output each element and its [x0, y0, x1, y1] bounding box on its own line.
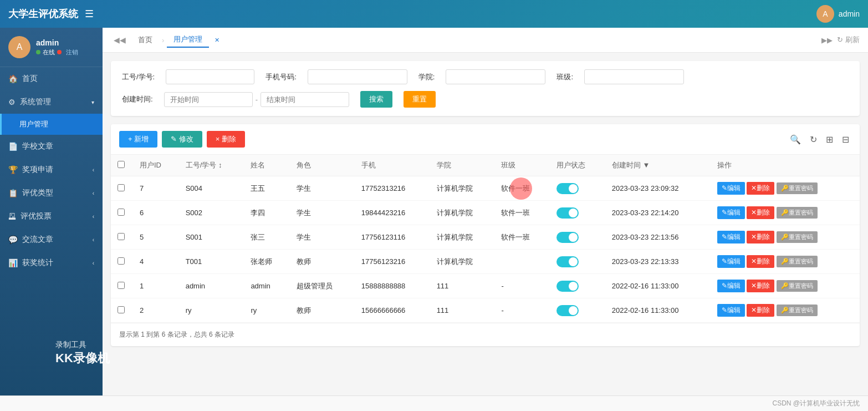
cell-class-3: [494, 250, 550, 274]
college-input[interactable]: [446, 69, 545, 84]
content-area: ◀◀ 首页 › 用户管理 ✕ ▶▶ ↻ 刷新 工号/学号:: [103, 28, 868, 395]
cell-workid-0: S004: [179, 176, 244, 201]
cell-college-5: 111: [430, 298, 495, 323]
cell-class-2: 软件一班: [494, 225, 550, 250]
pwd-btn-3[interactable]: 🔑重置密码: [777, 256, 818, 267]
logout-link[interactable]: 注销: [66, 48, 78, 57]
pwd-btn-0[interactable]: 🔑重置密码: [777, 182, 818, 194]
active-bar: [0, 114, 2, 135]
breadcrumb-current[interactable]: 用户管理: [167, 32, 209, 48]
workid-input[interactable]: [166, 69, 254, 84]
cell-status-4: [550, 274, 605, 298]
delete-button[interactable]: × 删除: [207, 131, 245, 148]
cell-workid-5: ry: [179, 298, 244, 323]
edit-btn-1[interactable]: ✎编辑: [717, 206, 745, 219]
del-btn-2[interactable]: ✕删除: [747, 231, 774, 243]
chevron-right-icon: ‹: [93, 167, 94, 173]
del-btn-0[interactable]: ✕删除: [747, 182, 774, 195]
search-toolbar-icon[interactable]: 🔍: [788, 132, 803, 147]
cell-name-3: 张老师: [244, 250, 290, 274]
date-end-input[interactable]: [261, 92, 349, 107]
table-row: 1 admin admin 超级管理员 15888888888 111 - 20…: [111, 274, 860, 298]
breadcrumb-home[interactable]: 首页: [131, 33, 159, 47]
edit-btn-5[interactable]: ✎编辑: [717, 304, 745, 317]
breadcrumb-prev[interactable]: ◀◀: [111, 34, 129, 45]
sidebar-item-school-article[interactable]: 📄 学校文章: [0, 135, 103, 158]
row-checkbox-3[interactable]: [118, 257, 125, 265]
edit-btn-0[interactable]: ✎编辑: [717, 182, 745, 195]
cell-phone-1: 19844423216: [355, 201, 430, 225]
pwd-btn-2[interactable]: 🔑重置密码: [777, 231, 818, 243]
cell-class-4: -: [494, 274, 550, 298]
sidebar-item-award-apply[interactable]: 🏆 奖项申请 ‹: [0, 158, 103, 181]
cell-college-1: 计算机学院: [430, 201, 495, 225]
cell-status-2: [550, 225, 605, 250]
refresh-icon[interactable]: ↻ 刷新: [837, 35, 860, 45]
cell-role-5: 教师: [290, 298, 355, 323]
sidebar-item-award-stats[interactable]: 📊 获奖统计 ‹: [0, 251, 103, 275]
hamburger-icon[interactable]: ☰: [85, 8, 94, 20]
cell-name-2: 张三: [244, 225, 290, 250]
sidebar-item-award-label: 奖项申请: [22, 165, 53, 175]
sidebar-item-eval-vote[interactable]: 🗳 评优投票 ‹: [0, 205, 103, 228]
col-name: 姓名: [244, 155, 290, 176]
cell-action-4: ✎编辑 ✕删除 🔑重置密码: [711, 274, 860, 298]
pwd-btn-4[interactable]: 🔑重置密码: [777, 280, 818, 292]
edit-button[interactable]: ✎ 修改: [162, 131, 202, 148]
cell-userid-1: 6: [133, 201, 179, 225]
breadcrumb-close[interactable]: ✕: [212, 35, 222, 45]
reset-button[interactable]: 重置: [404, 91, 436, 108]
class-input[interactable]: [584, 69, 684, 84]
online-dot: [36, 50, 40, 54]
edit-btn-2[interactable]: ✎编辑: [717, 231, 745, 243]
col-status: 用户状态: [550, 155, 605, 176]
college-label: 学院:: [418, 72, 435, 82]
date-start-input[interactable]: [164, 92, 253, 107]
chevron-right-icon4: ‹: [93, 237, 94, 243]
cell-time-5: 2022-02-16 11:33:00: [605, 298, 711, 323]
article-icon: 📄: [8, 142, 18, 151]
vote-icon: 🗳: [8, 212, 16, 221]
sidebar-item-user-mgmt[interactable]: 用户管理: [0, 114, 103, 135]
sidebar-item-system[interactable]: ⚙ 系统管理 ▾: [0, 90, 103, 114]
del-btn-5[interactable]: ✕删除: [747, 304, 774, 317]
edit-btn-3[interactable]: ✎编辑: [717, 255, 745, 268]
footer: CSDN @计算机毕业设计无忧: [0, 395, 868, 411]
filter-panel: 工号/学号: 手机号码: 学院: 班级: 创建时间: -: [111, 61, 860, 116]
select-all-checkbox[interactable]: [118, 161, 125, 168]
edit-btn-4[interactable]: ✎编辑: [717, 280, 745, 292]
row-checkbox-1[interactable]: [118, 209, 125, 216]
row-checkbox-4[interactable]: [118, 282, 125, 289]
cell-phone-2: 17756123116: [355, 225, 430, 250]
cell-role-4: 超级管理员: [290, 274, 355, 298]
add-button[interactable]: + 新增: [119, 131, 157, 148]
footer-text: CSDN @计算机毕业设计无忧: [772, 399, 860, 407]
row-checkbox-0[interactable]: [118, 184, 125, 191]
table-panel: + 新增 ✎ 修改 × 删除 🔍 ↻ ⊞ ⊟: [111, 124, 860, 346]
sidebar-item-eval-type[interactable]: 📋 评优类型 ‹: [0, 181, 103, 205]
row-checkbox-2[interactable]: [118, 233, 125, 240]
columns-toolbar-icon[interactable]: ⊟: [840, 132, 851, 147]
col-workid[interactable]: 工号/学号 ↕: [179, 155, 244, 176]
del-btn-1[interactable]: ✕删除: [747, 206, 774, 219]
del-btn-4[interactable]: ✕删除: [747, 280, 774, 292]
search-button[interactable]: 搜索: [360, 91, 392, 108]
expand-toolbar-icon[interactable]: ⊞: [824, 132, 835, 147]
pwd-btn-5[interactable]: 🔑重置密码: [777, 305, 818, 316]
chevron-right-icon3: ‹: [93, 214, 94, 220]
sidebar-item-exchange[interactable]: 💬 交流文章 ‹: [0, 228, 103, 251]
row-checkbox-5[interactable]: [118, 306, 125, 313]
del-btn-3[interactable]: ✕删除: [747, 255, 774, 268]
admin-name: admin: [839, 9, 860, 18]
col-createtime[interactable]: 创建时间 ▼: [605, 155, 711, 176]
cell-action-3: ✎编辑 ✕删除 🔑重置密码: [711, 250, 860, 274]
cell-userid-0: 7: [133, 176, 179, 201]
pwd-btn-1[interactable]: 🔑重置密码: [777, 207, 818, 219]
breadcrumb-next[interactable]: ▶▶: [821, 36, 833, 44]
sidebar-item-system-label: 系统管理: [20, 97, 51, 107]
phone-input[interactable]: [308, 69, 407, 84]
refresh-toolbar-icon[interactable]: ↻: [808, 132, 819, 147]
sidebar-nav: 🏠 首页 ⚙ 系统管理 ▾ 用户管理 📄 学校文章: [0, 67, 103, 395]
table-row: 6 S002 李四 学生 19844423216 计算机学院 软件一班 2023…: [111, 201, 860, 225]
sidebar-item-home[interactable]: 🏠 首页: [0, 67, 103, 90]
